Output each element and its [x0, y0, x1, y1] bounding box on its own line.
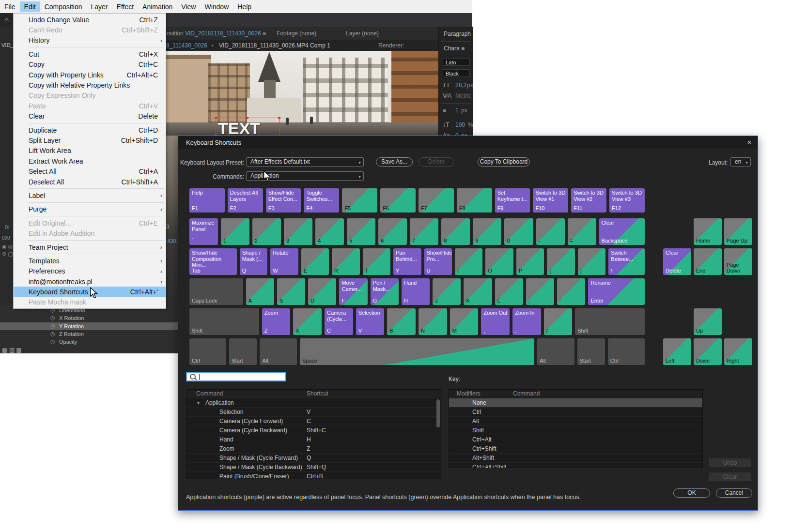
command-row-camera-cycle-backward[interactable]: Camera (Cycle Backward)Shift+C [186, 426, 441, 435]
key-f10[interactable]: Switch to 3D View #1F10 [533, 188, 568, 213]
key-f2[interactable]: Deselect All LayersF2 [228, 188, 263, 213]
tab-composition[interactable]: osition VID_20181118_111430_0026 ≡ [167, 30, 266, 37]
key-ctrl[interactable]: Ctrl [189, 338, 226, 365]
key-c[interactable]: Camera (Cycle...C [325, 308, 353, 335]
key-enter[interactable]: RenameEnter [588, 278, 645, 305]
edit-menu-item-deselect-all[interactable]: Deselect AllCtrl+Shift+A [14, 177, 166, 187]
home-icon[interactable]: ⌂ [0, 13, 13, 27]
timeline-property-y-rotation[interactable]: ◷Y Rotation [0, 322, 178, 330]
key-key[interactable]: ' [557, 278, 585, 305]
key-p[interactable]: P [516, 248, 544, 275]
edit-menu-item-duplicate[interactable]: DuplicateCtrl+D [14, 125, 166, 135]
preset-dropdown[interactable]: After Effects Default.txt▾ [246, 157, 364, 167]
key-key[interactable]: Zoom Out, [481, 308, 510, 335]
key-f12[interactable]: Switch to 3D View #3F12 [609, 188, 645, 213]
key-left[interactable]: Left [663, 338, 691, 365]
stopwatch-icon[interactable]: ◷ [50, 338, 55, 345]
stopwatch-icon[interactable]: ◷ [50, 315, 55, 321]
key-k[interactable]: K [464, 278, 492, 305]
font-family-field[interactable]: Lato [443, 58, 470, 66]
key-s[interactable]: S [277, 278, 305, 305]
modifier-row-shift[interactable]: Shift [449, 426, 702, 435]
key-a[interactable]: A [246, 278, 274, 305]
key-m[interactable]: M [450, 308, 479, 335]
key-alt[interactable]: Alt [537, 338, 574, 365]
key-y[interactable]: Pan Behind...Y [393, 248, 421, 275]
key-u[interactable]: Show/Hide Pro...U [424, 248, 452, 275]
delete-preset-button[interactable]: Delete [419, 157, 454, 167]
key-right[interactable]: Right [724, 338, 752, 365]
command-row-zoom[interactable]: ZoomZ [186, 444, 441, 453]
key-t[interactable]: T [363, 248, 390, 275]
key-9[interactable]: 9 [473, 218, 501, 245]
modifier-row-none[interactable]: None [449, 398, 702, 407]
selection-handle[interactable] [278, 117, 280, 119]
key-space[interactable]: Space [300, 338, 535, 365]
command-row-selection[interactable]: SelectionV [186, 407, 441, 416]
layout-dropdown[interactable]: en▾ [730, 157, 751, 167]
menubar-help[interactable]: Help [233, 1, 256, 12]
key-f9[interactable]: Set Keyframe t...F9 [495, 188, 530, 213]
key-page-down[interactable]: Page Down [724, 248, 752, 275]
composition-viewer[interactable]: TEXT [165, 51, 438, 136]
key-7[interactable]: 7 [410, 218, 438, 245]
shortcut-search-input[interactable] [186, 372, 286, 381]
key-h[interactable]: HandH [402, 278, 430, 305]
command-row-shape-mask-cycle-backward[interactable]: Shape / Mask (Cycle Backward)Shift+Q [186, 462, 441, 471]
key-w[interactable]: RotateW [270, 248, 298, 275]
key-v[interactable]: SelectionV [356, 308, 385, 335]
key-4[interactable]: 4 [315, 218, 344, 245]
modifier-row-ctrl-alt[interactable]: Ctrl+Alt [449, 435, 702, 444]
baseline-value[interactable]: 0 [455, 132, 459, 136]
font-size-value[interactable]: 28,2 [455, 82, 466, 89]
key-f11[interactable]: Switch to 3D View #2F11 [571, 188, 606, 213]
key-key[interactable]: ; [526, 278, 554, 305]
key-key[interactable]: ] [578, 248, 605, 275]
edit-menu-item-clear[interactable]: ClearDelete [14, 111, 166, 122]
edit-menu-item-copy[interactable]: CopyCtrl+C [14, 60, 166, 70]
key-l[interactable]: L [495, 278, 523, 305]
key-j[interactable]: J [433, 278, 461, 305]
key-r[interactable]: R [332, 248, 359, 275]
key-key[interactable]: = [568, 218, 596, 245]
command-row-paint-brush-clone-eraser[interactable]: Paint (Brush/Clone/Eraser)Ctrl+B [186, 471, 441, 479]
breadcrumb-comp[interactable]: 8_111430_0026 [166, 42, 207, 49]
ok-button[interactable]: OK [673, 488, 710, 498]
key-5[interactable]: 5 [347, 218, 375, 245]
edit-menu-item-split-layer[interactable]: Split LayerCtrl+Shift+D [14, 135, 166, 145]
key-o[interactable]: O [485, 248, 513, 275]
key-f5[interactable]: F5 [342, 188, 377, 213]
key-key[interactable]: Maximize Panel` [189, 218, 218, 245]
key-start[interactable]: Start [577, 338, 605, 365]
tab-footage[interactable]: Footage (none) [277, 30, 316, 37]
undo-button[interactable]: Undo [709, 458, 751, 467]
menubar-window[interactable]: Window [200, 1, 233, 12]
edit-menu-item-history[interactable]: History› [14, 35, 166, 46]
edit-menu-item-select-all[interactable]: Select AllCtrl+A [14, 166, 166, 176]
key-f6[interactable]: F6 [380, 188, 416, 213]
key-f3[interactable]: Show/Hide Effect Con...F3 [266, 188, 301, 213]
stopwatch-icon[interactable]: ◷ [50, 323, 55, 329]
timeline-property-x-rotation[interactable]: ◷X Rotation [0, 314, 178, 322]
timeline-property-z-rotation[interactable]: ◷Z Rotation [0, 330, 178, 338]
font-style-field[interactable]: Black [443, 69, 470, 77]
text-layer-selection[interactable]: TEXT [216, 118, 279, 136]
key-shift[interactable]: Shift [189, 308, 259, 335]
key-page-up[interactable]: Page Up [724, 218, 752, 245]
edit-menu-item-cut[interactable]: CutCtrl+X [14, 49, 166, 59]
close-icon[interactable]: × [745, 138, 754, 147]
key-end[interactable]: End [694, 248, 722, 275]
menubar-edit[interactable]: Edit [20, 1, 40, 12]
timeline-property-opacity[interactable]: ◷Opacity [0, 338, 178, 346]
key-z[interactable]: ZoomZ [262, 308, 291, 335]
edit-menu-item-undo-change-value[interactable]: Undo Change ValueCtrl+Z [14, 15, 166, 25]
modifier-row-alt-shift[interactable]: Alt+Shift [449, 453, 702, 462]
copy-to-clipboard-button[interactable]: Copy To Clipboard [478, 157, 530, 167]
key-g[interactable]: Pen / Mask...G [371, 278, 399, 305]
menubar-composition[interactable]: Composition [40, 1, 87, 12]
modifier-row-alt[interactable]: Alt [449, 416, 702, 426]
command-row-shape-mask-cycle-forward[interactable]: Shape / Mask (Cycle Forward)Q [186, 453, 441, 462]
key-caps-lock[interactable]: Caps Lock [189, 278, 243, 305]
menubar-effect[interactable]: Effect [112, 1, 139, 12]
command-group-row[interactable]: ▾Application [186, 398, 441, 407]
